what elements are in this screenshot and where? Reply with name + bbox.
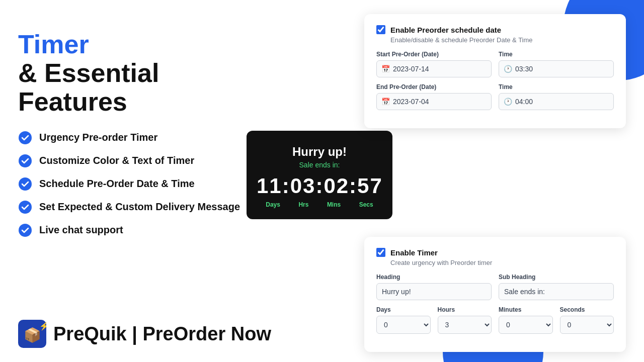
timer-hours-group: Hours 3 (438, 306, 492, 334)
timer-widget: Hurry up! Sale ends in: 11:03:02:57 Days… (247, 131, 392, 219)
check-circle-icon (18, 154, 32, 168)
timer-minutes-label: Minutes (499, 306, 553, 313)
timer-settings-card: Enable Timer Create urgency with Preorde… (364, 237, 626, 352)
timer-subheading-label: Sub Heading (499, 274, 614, 281)
feature-text: Schedule Pre-Order Date & Time (39, 178, 195, 190)
timer-heading-input[interactable] (376, 283, 492, 300)
timer-time-row: Days 0 Hours 3 Minutes 0 Seconds 0 (376, 306, 614, 334)
svg-point-2 (19, 177, 32, 191)
svg-point-3 (19, 201, 32, 214)
timer-subheading-input[interactable] (499, 283, 614, 300)
end-date-label: End Pre-Order (Date) (376, 83, 492, 90)
schedule-enable-checkbox[interactable] (376, 25, 385, 34)
timer-heading-label: Heading (376, 274, 492, 281)
svg-text:⚡: ⚡ (39, 321, 46, 331)
timer-label-hrs: Hrs (298, 201, 308, 208)
schedule-card-title: Enable Preorder schedule date (390, 26, 501, 34)
brand-name: PreQuik | PreOrder Now (53, 323, 271, 345)
timer-minutes-group: Minutes 0 (499, 306, 553, 334)
svg-point-1 (19, 154, 32, 167)
timer-label-secs: Secs (359, 201, 373, 208)
timer-hours-select[interactable]: 3 (438, 316, 492, 334)
timer-widget-labels: DaysHrsMinsSecs (257, 201, 382, 208)
end-date-wrapper: 📅 (376, 93, 492, 110)
start-date-input[interactable] (376, 60, 492, 77)
end-time-group: Time 🕐 (499, 83, 614, 110)
start-time-label: Time (499, 51, 614, 58)
timer-heading-row: Heading Sub Heading (376, 274, 614, 300)
feature-item-f5: Live chat support (18, 223, 250, 237)
start-date-group: Start Pre-Order (Date) 📅 (376, 51, 492, 77)
feature-text: Set Expected & Custom Delivery Message (39, 201, 240, 213)
check-circle-icon (18, 200, 32, 214)
timer-label-mins: Mins (327, 201, 341, 208)
start-time-group: Time 🕐 (499, 51, 614, 77)
feature-item-f2: Customize Color & Text of Timer (18, 154, 250, 168)
start-date-wrapper: 📅 (376, 60, 492, 77)
check-circle-icon (18, 131, 32, 145)
start-time-wrapper: 🕐 (499, 60, 614, 77)
timer-widget-countdown: 11:03:02:57 (257, 174, 382, 198)
timer-days-select[interactable]: 0 (376, 316, 431, 334)
start-date-label: Start Pre-Order (Date) (376, 51, 492, 58)
svg-point-4 (19, 224, 32, 237)
feature-text: Urgency Pre-order Timer (39, 132, 157, 143)
timer-minutes-select[interactable]: 0 (499, 316, 553, 334)
feature-text: Customize Color & Text of Timer (39, 155, 194, 166)
end-date-input[interactable] (376, 93, 492, 110)
svg-point-0 (19, 131, 32, 144)
title-timer: Timer (18, 30, 250, 59)
feature-item-f4: Set Expected & Custom Delivery Message (18, 200, 250, 214)
schedule-card: Enable Preorder schedule date Enable/dis… (364, 14, 626, 128)
end-time-wrapper: 🕐 (499, 93, 614, 110)
end-time-input[interactable] (499, 93, 614, 110)
timer-days-label: Days (376, 306, 431, 313)
features-list: Urgency Pre-order Timer Customize Color … (18, 131, 250, 237)
timer-card-title: Enable Timer (390, 248, 438, 257)
timer-hours-label: Hours (438, 306, 492, 313)
timer-widget-heading: Hurry up! (257, 145, 382, 159)
check-circle-icon (18, 177, 32, 191)
schedule-end-row: End Pre-Order (Date) 📅 Time 🕐 (376, 83, 614, 110)
check-circle-icon (18, 223, 32, 237)
feature-text: Live chat support (39, 224, 123, 236)
timer-seconds-label: Seconds (560, 306, 614, 313)
timer-seconds-select[interactable]: 0 (560, 316, 614, 334)
brand-logo-icon: 📦 ⚡ (18, 320, 46, 348)
end-date-group: End Pre-Order (Date) 📅 (376, 83, 492, 110)
timer-card-subtitle: Create urgency with Preorder timer (390, 259, 614, 266)
timer-days-group: Days 0 (376, 306, 431, 334)
feature-item-f3: Schedule Pre-Order Date & Time (18, 177, 250, 191)
timer-subheading-group: Sub Heading (499, 274, 614, 300)
timer-enable-checkbox[interactable] (376, 248, 385, 257)
timer-seconds-group: Seconds 0 (560, 306, 614, 334)
branding: 📦 ⚡ PreQuik | PreOrder Now (18, 320, 271, 348)
svg-text:📦: 📦 (24, 327, 41, 343)
timer-enable-row: Enable Timer (376, 248, 614, 257)
title-essential: & Essential Features (18, 59, 250, 116)
title-block: Timer & Essential Features (18, 30, 250, 117)
start-time-input[interactable] (499, 60, 614, 77)
left-panel: Timer & Essential Features Urgency Pre-o… (18, 30, 250, 237)
schedule-start-row: Start Pre-Order (Date) 📅 Time 🕐 (376, 51, 614, 77)
timer-widget-subheading: Sale ends in: (257, 161, 382, 169)
timer-heading-group: Heading (376, 274, 492, 300)
feature-item-f1: Urgency Pre-order Timer (18, 131, 250, 145)
timer-label-days: Days (266, 201, 280, 208)
schedule-enable-row: Enable Preorder schedule date (376, 25, 614, 34)
end-time-label: Time (499, 83, 614, 90)
schedule-card-subtitle: Enable/disable & schedule Preorder Date … (390, 36, 614, 44)
